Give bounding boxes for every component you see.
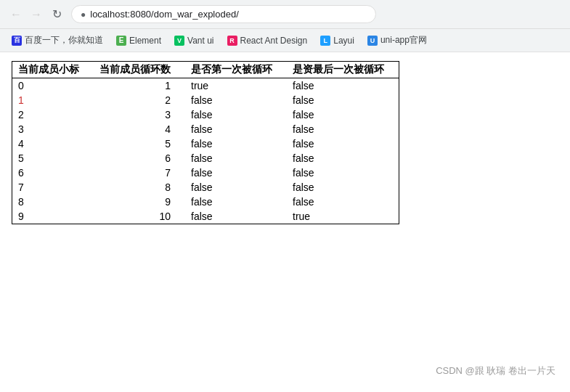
bookmark-react[interactable]: R React Ant Design [223, 34, 312, 47]
cell-first: false [185, 151, 287, 166]
cell-last: false [287, 136, 399, 151]
col-header-index: 当前成员小标 [12, 62, 94, 78]
table-row: 12falsefalse [12, 93, 399, 107]
page-content: 当前成员小标 当前成员循环数 是否第一次被循环 是资最后一次被循环 01true… [0, 52, 570, 233]
bookmark-layui-label: Layui [333, 36, 354, 46]
cell-last: false [287, 195, 399, 209]
cell-first: false [185, 209, 287, 224]
cell-count: 4 [94, 122, 185, 136]
cell-first: false [185, 107, 287, 122]
table-row: 67falsefalse [12, 166, 399, 180]
bookmark-baidu[interactable]: 百 百度一下，你就知道 [7, 33, 107, 48]
cell-index: 1 [12, 93, 94, 107]
cell-count: 5 [94, 136, 185, 151]
cell-last: false [287, 151, 399, 166]
cell-index: 3 [12, 122, 94, 136]
cell-last: false [287, 93, 399, 107]
col-header-count: 当前成员循环数 [94, 62, 185, 78]
table-row: 910falsetrue [12, 209, 399, 224]
cell-index: 7 [12, 180, 94, 195]
vant-icon: V [174, 36, 184, 46]
browser-chrome: ← → ↻ ● localhost:8080/dom_war_exploded/ [0, 0, 570, 29]
cell-last: true [287, 209, 399, 224]
bookmarks-bar: 百 百度一下，你就知道 E Element V Vant ui R React … [0, 29, 570, 52]
cell-first: false [185, 180, 287, 195]
table-row: 56falsefalse [12, 151, 399, 166]
cell-count: 1 [94, 78, 185, 94]
cell-first: false [185, 122, 287, 136]
table-header-row: 当前成员小标 当前成员循环数 是否第一次被循环 是资最后一次被循环 [12, 62, 399, 78]
nav-buttons: ← → ↻ [7, 6, 65, 23]
cell-index: 8 [12, 195, 94, 209]
cell-index: 4 [12, 136, 94, 151]
cell-first: true [185, 78, 287, 94]
cell-count: 2 [94, 93, 185, 107]
cell-first: false [185, 93, 287, 107]
col-header-last: 是资最后一次被循环 [287, 62, 399, 78]
cell-index: 0 [12, 78, 94, 94]
uni-icon: U [367, 36, 378, 46]
element-icon: E [116, 36, 126, 46]
table-row: 01truefalse [12, 78, 399, 94]
cell-last: false [287, 107, 399, 122]
table-row: 89falsefalse [12, 195, 399, 209]
lock-icon: ● [81, 9, 86, 20]
layui-icon: L [320, 36, 330, 46]
cell-index: 6 [12, 166, 94, 180]
bookmark-vant[interactable]: V Vant ui [170, 34, 218, 47]
bookmark-uni[interactable]: U uni-app官网 [363, 33, 431, 48]
forward-button[interactable]: → [28, 6, 45, 23]
cell-index: 9 [12, 209, 94, 224]
cell-index: 5 [12, 151, 94, 166]
react-icon: R [227, 36, 237, 46]
cell-count: 3 [94, 107, 185, 122]
bookmark-vant-label: Vant ui [187, 36, 213, 46]
cell-count: 9 [94, 195, 185, 209]
back-button[interactable]: ← [7, 6, 25, 23]
cell-last: false [287, 122, 399, 136]
reload-button[interactable]: ↻ [48, 6, 65, 23]
cell-index: 2 [12, 107, 94, 122]
bookmark-react-label: React Ant Design [240, 36, 308, 46]
table-row: 34falsefalse [12, 122, 399, 136]
bookmark-element-label: Element [129, 36, 161, 46]
cell-last: false [287, 78, 399, 94]
bookmark-baidu-label: 百度一下，你就知道 [25, 34, 103, 46]
cell-count: 8 [94, 180, 185, 195]
cell-count: 7 [94, 166, 185, 180]
cell-last: false [287, 166, 399, 180]
cell-last: false [287, 180, 399, 195]
bookmark-element[interactable]: E Element [112, 34, 166, 47]
table-row: 78falsefalse [12, 180, 399, 195]
bookmark-uni-label: uni-app官网 [380, 34, 427, 46]
cell-first: false [185, 166, 287, 180]
table-row: 23falsefalse [12, 107, 399, 122]
col-header-first: 是否第一次被循环 [185, 62, 287, 78]
address-bar[interactable]: ● localhost:8080/dom_war_exploded/ [71, 5, 376, 23]
cell-count: 6 [94, 151, 185, 166]
cell-first: false [185, 195, 287, 209]
cell-count: 10 [94, 209, 185, 224]
data-table: 当前成员小标 当前成员循环数 是否第一次被循环 是资最后一次被循环 01true… [12, 61, 399, 224]
table-row: 45falsefalse [12, 136, 399, 151]
url-text: localhost:8080/dom_war_exploded/ [90, 9, 239, 20]
baidu-icon: 百 [12, 36, 22, 46]
cell-first: false [185, 136, 287, 151]
bookmark-layui[interactable]: L Layui [316, 34, 359, 47]
